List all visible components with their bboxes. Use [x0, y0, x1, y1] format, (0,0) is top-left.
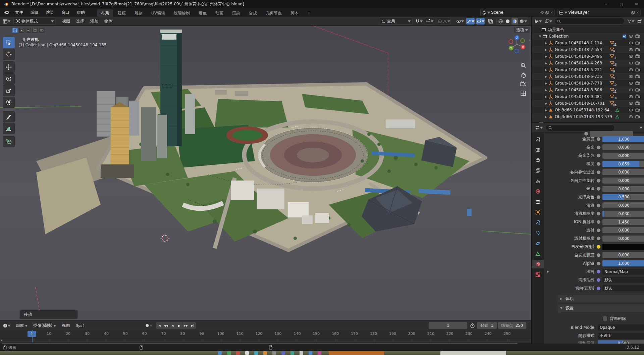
property-slider[interactable]: 0.500 — [602, 194, 644, 200]
navigation-gizmo[interactable]: Z X Y — [506, 34, 528, 55]
scene-selector[interactable]: ▼ Scene ✕ — [480, 9, 555, 16]
tool-annotate[interactable] — [3, 111, 15, 122]
panel-volume[interactable]: ▶体积:::: — [557, 295, 644, 302]
expand-arrow-icon[interactable]: ▶ — [545, 109, 548, 112]
close-button[interactable]: ✕ — [629, 0, 644, 8]
node-socket[interactable] — [596, 137, 601, 141]
disable-render-icon[interactable] — [635, 114, 640, 119]
outliner-row[interactable]: ▶Group-10450148-5-2319 — [532, 66, 644, 73]
timeline-editor-type[interactable]: ▼ — [2, 322, 11, 329]
select-mode-extend[interactable] — [19, 28, 24, 33]
select-mode-subtract[interactable] — [25, 28, 31, 33]
viewport-menu-选择[interactable]: 选择 — [73, 18, 87, 24]
outliner-id-filter[interactable]: ▼ — [544, 18, 552, 24]
node-socket[interactable] — [596, 179, 601, 183]
hide-eye-icon[interactable] — [629, 108, 633, 112]
play-button[interactable]: ▶ — [176, 322, 183, 329]
disable-render-icon[interactable] — [635, 54, 640, 59]
expand-arrow-icon[interactable]: ▶ — [547, 270, 549, 273]
node-socket[interactable] — [596, 236, 601, 241]
taskbar-app-icon[interactable] — [236, 351, 240, 355]
property-slider[interactable]: 0.000 — [602, 153, 644, 159]
maximize-button[interactable]: ▢ — [614, 0, 629, 8]
outliner-row[interactable]: ▶Group-10450148-3-49611 — [532, 53, 644, 60]
hide-eye-icon[interactable] — [629, 47, 633, 52]
taskbar-app-icon[interactable] — [318, 351, 321, 355]
property-slider[interactable]: 1.000 — [602, 260, 644, 266]
timeline-menu-标记[interactable]: 标记 — [73, 323, 87, 328]
shading-solid-button[interactable] — [504, 18, 511, 24]
properties-tab-render[interactable] — [532, 145, 544, 154]
shadow-mode-dropdown[interactable]: 不透明▼ — [598, 333, 644, 339]
taskbar-app-icon[interactable] — [300, 351, 303, 355]
viewport-menu-物体[interactable]: 物体 — [101, 18, 115, 24]
pan-view-icon[interactable] — [520, 72, 526, 78]
taskbar-app-icon[interactable] — [218, 351, 222, 355]
properties-tab-scene[interactable] — [532, 176, 544, 185]
timeline-expand-icon[interactable]: ▸ — [1, 339, 2, 342]
hide-eye-icon[interactable] — [629, 114, 633, 119]
viewport-menu-视图[interactable]: 视图 — [59, 18, 73, 24]
timeline-ruler[interactable]: 1020304050607080901001101201301401501601… — [0, 330, 531, 339]
expand-arrow-icon[interactable]: ▶ — [545, 68, 548, 71]
disable-render-icon[interactable] — [635, 67, 640, 72]
blender-app-icon[interactable] — [3, 10, 9, 15]
property-menu[interactable]: Normal/Map — [602, 269, 644, 275]
disable-render-icon[interactable] — [635, 94, 640, 99]
node-socket[interactable] — [596, 195, 601, 199]
taskbar-app-icon[interactable] — [272, 351, 276, 355]
expand-arrow-icon[interactable]: ▶ — [545, 48, 548, 51]
disable-render-icon[interactable] — [635, 74, 640, 79]
property-slider[interactable]: 1.000 — [602, 136, 644, 142]
current-frame-field[interactable]: 1 — [429, 322, 467, 329]
outliner-row[interactable]: ▶Group-10450148-8-50611 — [532, 87, 644, 93]
select-mode-set[interactable] — [12, 28, 18, 33]
property-slider[interactable]: 0.000 — [602, 169, 644, 175]
node-socket[interactable] — [596, 261, 601, 266]
property-slider[interactable]: 0.030 — [602, 211, 644, 217]
editor-type-button[interactable]: ▼ — [2, 18, 11, 24]
properties-tab-output[interactable] — [532, 156, 544, 164]
taskbar-app-icon[interactable] — [290, 351, 294, 355]
orientation-dropdown[interactable]: 全局 ▼ — [379, 17, 413, 25]
properties-tab-particles[interactable] — [532, 229, 544, 237]
pin-icon[interactable] — [540, 11, 544, 14]
xray-toggle[interactable] — [487, 18, 494, 24]
outliner-row[interactable]: ▶Group-10450148-9-38119 — [532, 93, 644, 100]
properties-tab-object[interactable] — [532, 208, 544, 216]
node-socket[interactable] — [596, 220, 601, 224]
node-socket[interactable] — [596, 228, 601, 233]
overlays-toggle[interactable]: ▼ — [476, 18, 485, 24]
taskbar-app-icon[interactable] — [227, 351, 231, 355]
expand-arrow-icon[interactable]: ▶ — [545, 42, 548, 45]
snap-toggle[interactable]: ▼ — [415, 18, 423, 24]
operator-panel[interactable]: 移动 — [19, 310, 78, 319]
timeline-menu-回放[interactable]: 回放 ▼ — [13, 323, 30, 328]
timeline-channels[interactable]: ▸ — [0, 339, 531, 343]
expand-arrow-icon[interactable]: ▶ — [545, 95, 548, 98]
hide-eye-icon[interactable] — [629, 81, 633, 86]
workspace-tab-渲染[interactable]: 渲染 — [228, 9, 244, 17]
tool-rotate[interactable] — [3, 73, 15, 85]
disable-render-icon[interactable] — [635, 108, 640, 112]
jump-to-end-button[interactable]: ▶| — [190, 322, 196, 329]
tool-cursor[interactable] — [3, 49, 15, 60]
outliner-row[interactable]: ▶Obj3d66-10450148-192-64 — [532, 107, 644, 113]
toggle-perspective-icon[interactable] — [520, 90, 526, 96]
expand-arrow-icon[interactable]: ▶ — [545, 89, 548, 92]
workspace-tab-合成[interactable]: 合成 — [245, 9, 261, 17]
tool-add-cube[interactable] — [3, 136, 15, 147]
taskbar-app-icon[interactable] — [309, 351, 312, 355]
node-socket[interactable] — [596, 170, 601, 174]
disable-render-icon[interactable] — [635, 47, 640, 52]
hide-eye-icon[interactable] — [629, 41, 633, 45]
proportional-editing[interactable]: ▼ — [437, 17, 451, 25]
taskbar-app-icon[interactable] — [254, 351, 258, 355]
viewport-menu-添加[interactable]: 添加 — [87, 18, 101, 24]
taskbar-active-app[interactable] — [329, 351, 384, 355]
disable-render-icon[interactable] — [635, 81, 640, 86]
properties-tab-collection[interactable] — [532, 197, 544, 206]
hide-eye-icon[interactable] — [629, 88, 633, 92]
mode-dropdown[interactable]: 物体模式 ▼ — [13, 17, 56, 25]
next-keyframe-button[interactable]: ▶▶ — [183, 322, 190, 329]
